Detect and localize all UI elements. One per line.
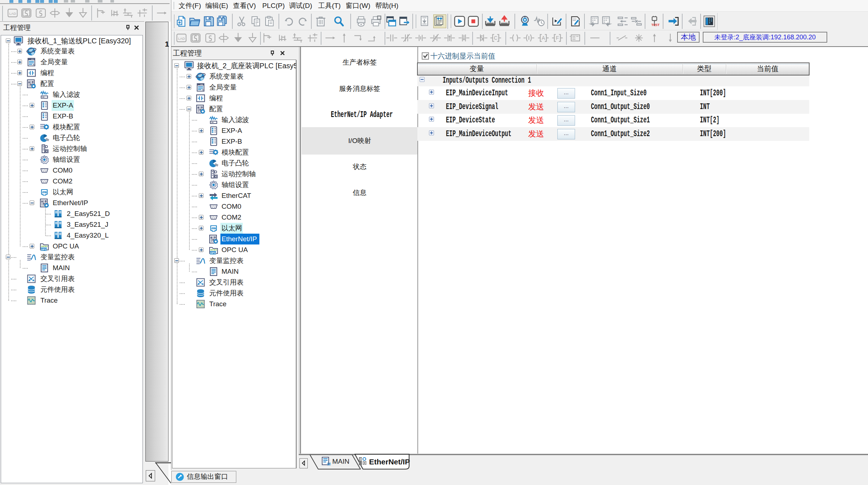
svg-text:A: A [542, 35, 545, 41]
svg-text:LAD: LAD [9, 12, 16, 16]
svg-text:F: F [556, 35, 559, 41]
svg-text:OPC: OPC [210, 251, 216, 255]
svg-text:M: M [327, 462, 330, 466]
svg-text:LAD: LAD [178, 36, 185, 40]
svg-text:OPC: OPC [41, 248, 47, 251]
svg-text:C: C [494, 35, 497, 41]
svg-text:ST: ST [655, 23, 659, 27]
